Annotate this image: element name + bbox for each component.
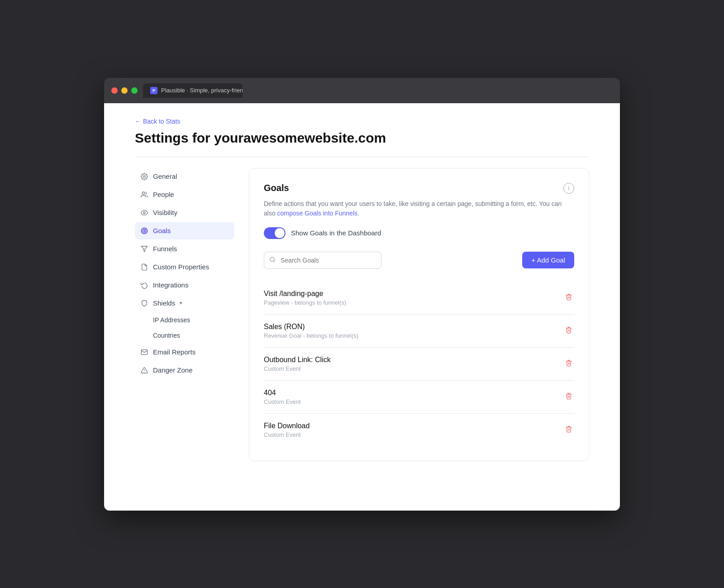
goal-name: Outbound Link: Click: [264, 356, 331, 364]
eye-icon: [140, 209, 148, 217]
info-icon[interactable]: i: [563, 183, 574, 194]
goal-info: Outbound Link: Click Custom Event: [264, 356, 331, 372]
page-title: Settings for yourawesomewebsite.com: [135, 130, 589, 146]
close-button[interactable]: [111, 87, 118, 94]
goal-item: File Download Custom Event: [264, 414, 574, 446]
warning-icon: [140, 366, 148, 374]
goal-name: Sales (RON): [264, 323, 358, 331]
section-description: Define actions that you want your users …: [264, 199, 574, 218]
sidebar-item-ip-addresses[interactable]: IP Addresses: [135, 313, 234, 327]
sidebar-item-people[interactable]: People: [135, 186, 234, 203]
sidebar-item-countries[interactable]: Countries: [135, 328, 234, 343]
funnel-icon: [140, 245, 148, 253]
mail-icon: [140, 348, 148, 356]
delete-goal-button[interactable]: [563, 325, 574, 337]
target-icon: [140, 227, 148, 235]
divider: [135, 157, 589, 157]
gear-icon: [140, 172, 148, 181]
goal-name: File Download: [264, 422, 310, 430]
show-goals-toggle[interactable]: [264, 227, 286, 239]
tab-bar: P Plausible · Simple, privacy-frien...: [143, 83, 243, 98]
main-content: Goals i Define actions that you want you…: [249, 168, 589, 461]
svg-point-4: [143, 229, 146, 233]
sidebar-label-countries: Countries: [153, 332, 180, 339]
sidebar-item-general[interactable]: General: [135, 168, 234, 185]
sidebar-item-funnels[interactable]: Funnels: [135, 240, 234, 258]
sidebar-item-visibility[interactable]: Visibility: [135, 204, 234, 221]
sidebar-label-visibility: Visibility: [153, 209, 177, 216]
sidebar-label-goals: Goals: [153, 227, 171, 234]
sidebar-label-danger-zone: Danger Zone: [153, 366, 193, 374]
sidebar-item-danger-zone[interactable]: Danger Zone: [135, 362, 234, 379]
people-icon: [140, 191, 148, 199]
browser-tab[interactable]: P Plausible · Simple, privacy-frien...: [143, 83, 243, 98]
svg-point-1: [142, 192, 144, 194]
refresh-icon: [140, 281, 148, 289]
svg-point-5: [144, 230, 145, 231]
search-add-row: + Add Goal: [264, 252, 574, 269]
toggle-row: Show Goals in the Dashboard: [264, 227, 574, 239]
back-to-stats-link[interactable]: ← Back to Stats: [135, 118, 589, 125]
document-icon: [140, 263, 148, 271]
goal-info: Visit /landing-page Pageview - belongs t…: [264, 290, 346, 306]
goal-item: 404 Custom Event: [264, 381, 574, 414]
goal-name: Visit /landing-page: [264, 290, 346, 298]
sidebar-label-email-reports: Email Reports: [153, 348, 195, 356]
browser-window: P Plausible · Simple, privacy-frien... ←…: [104, 78, 620, 511]
goal-type: Custom Event: [264, 398, 301, 405]
minimize-button[interactable]: [121, 87, 128, 94]
sidebar-item-goals[interactable]: Goals: [135, 222, 234, 239]
goal-item: Visit /landing-page Pageview - belongs t…: [264, 282, 574, 315]
goal-type: Pageview - belongs to funnel(s): [264, 299, 346, 306]
goal-type: Custom Event: [264, 431, 310, 438]
traffic-lights: [111, 87, 138, 94]
sidebar-item-shields[interactable]: Shields ▾: [135, 295, 234, 312]
goal-type: Revenue Goal - belongs to funnel(s): [264, 332, 358, 339]
sidebar-label-integrations: Integrations: [153, 281, 188, 289]
chevron-down-icon: ▾: [180, 300, 182, 306]
goal-info: File Download Custom Event: [264, 422, 310, 438]
layout: General People Visibility: [135, 168, 589, 461]
goal-type: Custom Event: [264, 365, 331, 372]
goal-name: 404: [264, 389, 301, 397]
sidebar-label-general: General: [153, 172, 177, 180]
toggle-label: Show Goals in the Dashboard: [291, 229, 381, 237]
sidebar-item-integrations[interactable]: Integrations: [135, 277, 234, 294]
delete-goal-button[interactable]: [563, 292, 574, 304]
sidebar-label-funnels: Funnels: [153, 245, 177, 253]
section-header: Goals i: [264, 183, 574, 194]
shield-icon: [140, 299, 148, 307]
sidebar-label-people: People: [153, 191, 174, 198]
svg-point-2: [143, 212, 145, 214]
description-suffix: .: [357, 210, 359, 217]
sidebar: General People Visibility: [135, 168, 234, 461]
search-box: [264, 252, 381, 269]
search-icon: [269, 256, 276, 264]
browser-content: ← Back to Stats Settings for yourawesome…: [104, 103, 620, 511]
sidebar-label-ip-addresses: IP Addresses: [153, 316, 190, 324]
sidebar-label-shields: Shields: [153, 299, 175, 307]
goals-section-title: Goals: [264, 183, 289, 193]
goal-item: Outbound Link: Click Custom Event: [264, 348, 574, 381]
sidebar-label-custom-properties: Custom Properties: [153, 263, 209, 271]
maximize-button[interactable]: [131, 87, 138, 94]
svg-marker-6: [141, 246, 147, 252]
browser-chrome: P Plausible · Simple, privacy-frien...: [104, 78, 620, 103]
sidebar-item-email-reports[interactable]: Email Reports: [135, 344, 234, 361]
svg-point-0: [143, 176, 145, 177]
search-goals-input[interactable]: [264, 252, 381, 269]
delete-goal-button[interactable]: [563, 358, 574, 370]
sidebar-item-custom-properties[interactable]: Custom Properties: [135, 258, 234, 276]
goal-info: Sales (RON) Revenue Goal - belongs to fu…: [264, 323, 358, 339]
add-goal-button[interactable]: + Add Goal: [522, 252, 574, 268]
page-container: ← Back to Stats Settings for yourawesome…: [113, 103, 611, 476]
toggle-knob: [275, 228, 285, 238]
goal-info: 404 Custom Event: [264, 389, 301, 405]
compose-link[interactable]: compose Goals into Funnels: [277, 210, 357, 217]
delete-goal-button[interactable]: [563, 424, 574, 436]
goals-list: Visit /landing-page Pageview - belongs t…: [264, 282, 574, 446]
goal-item: Sales (RON) Revenue Goal - belongs to fu…: [264, 315, 574, 348]
tab-label: Plausible · Simple, privacy-frien...: [161, 87, 243, 94]
delete-goal-button[interactable]: [563, 391, 574, 403]
svg-line-10: [274, 261, 275, 262]
